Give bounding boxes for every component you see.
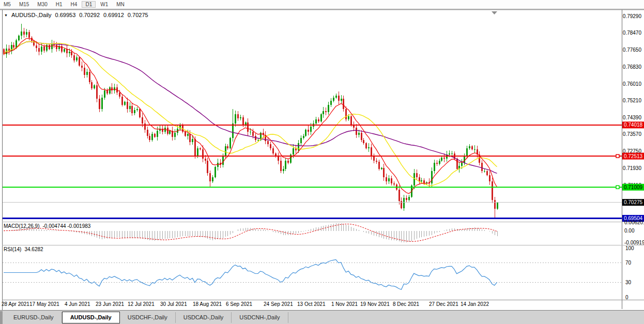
macd-tick-label: 0.00 (624, 228, 635, 234)
ma-slow-line (4, 41, 497, 173)
tab-usdcnh-daily[interactable]: USDCNH-,Daily (232, 312, 288, 323)
rsi-indicator-label: RSI(14) 34.6282 (4, 246, 43, 252)
rsi-tick-label: 100 (625, 245, 634, 251)
price-tag-0-74018-text: 0.74018 (624, 122, 643, 128)
price-tag-0-72513-text: 0.72513 (624, 153, 643, 159)
timeframe-button-m15[interactable]: M15 (16, 1, 33, 8)
toolbar-separator (0, 9, 644, 10)
date-tick-label: 14 Jan 2022 (461, 301, 489, 307)
date-tick-label: 13 Oct 2021 (297, 301, 326, 307)
price-tick-label: 0.76010 (623, 81, 642, 87)
price-tag-0-71009-text: 0.71009 (624, 184, 643, 190)
quote-high: 0.70292 (79, 12, 100, 18)
timeframe-button-mn[interactable]: MN (113, 1, 128, 8)
macd-values: -0.004744 -0.001983 (42, 223, 90, 229)
quote-close: 0.70275 (128, 12, 148, 18)
macd-axis: 0.0062010.00-0.009197 (624, 220, 644, 245)
ma-fast-line (4, 38, 497, 193)
timeframe-button-h1[interactable]: H1 (52, 1, 66, 8)
tab-eurusd-daily[interactable]: EURUSD-,Daily (6, 312, 62, 323)
price-tick-label: 0.79290 (623, 13, 642, 19)
chart-tab-bar: EURUSD-,DailyAUDUSD-,DailyUSDCHF-,DailyU… (0, 310, 644, 324)
macd-indicator-label: MACD(12,26,9) -0.004744 -0.001983 (4, 223, 90, 229)
quote-open: 0.69953 (55, 12, 76, 18)
rsi-tick-label: 30 (625, 280, 632, 285)
date-tick-label: 4 Jun 2021 (65, 301, 90, 307)
date-tick-label: 27 Dec 2021 (429, 301, 458, 307)
date-tick-label: 19 Nov 2021 (360, 301, 390, 307)
timeframe-button-m30[interactable]: M30 (34, 1, 51, 8)
price-axis: 0.792900.784700.776500.768300.760100.752… (623, 13, 642, 188)
symbol-dropdown-arrow-icon[interactable]: ▼ (4, 13, 8, 17)
rsi-line (4, 260, 497, 290)
price-tick-label: 0.76830 (623, 64, 642, 70)
date-tick-label: 24 Sep 2021 (264, 301, 293, 307)
date-tick-label: 12 Jul 2021 (128, 301, 155, 307)
date-tick-label: 8 Dec 2021 (393, 301, 420, 307)
date-tick-label: 17 May 2021 (29, 301, 59, 307)
date-axis: 28 Apr 202117 May 20214 Jun 202123 Jun 2… (2, 301, 489, 307)
timeframe-button-h4[interactable]: H4 (67, 1, 81, 8)
rsi-axis: 10070300 (625, 245, 634, 300)
macd-name: MACD(12,26,9) (4, 223, 39, 229)
candlestick-series[interactable] (3, 24, 498, 218)
tabbar-left-strip (0, 311, 3, 324)
price-tick-label: 0.71930 (623, 165, 642, 171)
trading-platform-window: { "toolbar": { "timeframes": ["M5","M15"… (0, 0, 644, 324)
tab-audusd-daily[interactable]: AUDUSD-,Daily (62, 312, 120, 323)
date-tick-label: 30 Jul 2021 (160, 301, 187, 307)
symbol-name: AUDUSD-,Daily (11, 12, 52, 18)
rsi-name: RSI(14) (4, 246, 21, 252)
timeframe-button-m5[interactable]: M5 (0, 1, 14, 8)
date-tick-label: 6 Sep 2021 (226, 301, 253, 307)
chart-title: ▼ AUDUSD-,Daily 0.69953 0.70292 0.69912 … (4, 12, 148, 18)
autoscroll-shift-icon[interactable] (492, 11, 497, 14)
support-line-0-71009-handle[interactable] (616, 186, 619, 189)
current-price-tag-text: 0.70275 (624, 199, 643, 205)
timeframe-button-d1[interactable]: D1 (82, 1, 96, 8)
tab-usdchf-daily[interactable]: USDCHF-,Daily (120, 312, 176, 323)
price-tick-label: 0.78470 (623, 30, 642, 36)
timeframe-toolbar: M5M15M30H1H4D1W1MN (0, 0, 644, 9)
tab-usdcad-daily[interactable]: USDCAD-,Daily (176, 312, 232, 323)
date-tick-label: 23 Jun 2021 (96, 301, 124, 307)
date-tick-label: 18 Aug 2021 (193, 301, 222, 307)
quote-low: 0.69912 (103, 12, 124, 18)
rsi-tick-label: 0 (625, 295, 628, 300)
rsi-value: 34.6282 (24, 246, 43, 252)
timeframe-button-w1[interactable]: W1 (97, 1, 112, 8)
price-tick-label: 0.77650 (623, 47, 642, 53)
ma-mid-line (4, 41, 497, 186)
resistance-line-0-72513-handle[interactable] (616, 155, 619, 158)
price-tick-label: 0.75210 (623, 98, 642, 103)
price-tick-label: 0.74390 (623, 115, 642, 120)
chart-canvas[interactable]: 0.792900.784700.776500.768300.760100.752… (0, 0, 644, 324)
date-tick-label: 1 Nov 2021 (331, 301, 358, 307)
price-tick-label: 0.73570 (623, 131, 642, 137)
date-tick-label: 28 Apr 2021 (2, 301, 29, 307)
rsi-tick-label: 70 (625, 260, 632, 266)
macd-tick-label: 0.006201 (624, 220, 644, 225)
